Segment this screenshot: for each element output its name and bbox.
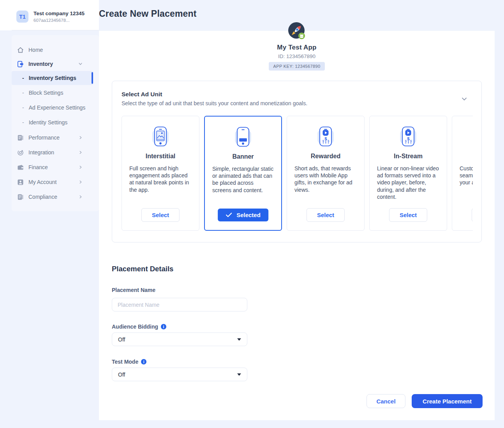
- create-placement-button[interactable]: Create Placement: [412, 394, 483, 408]
- check-icon: [226, 212, 232, 218]
- select-button[interactable]: Select: [307, 208, 345, 222]
- ad-unit-description: Customized ads that seamlessly blend int…: [460, 165, 473, 186]
- ad-unit-name: Native: [452, 153, 473, 160]
- caret-down-icon: [237, 373, 241, 376]
- chevron-right-icon: [78, 135, 83, 140]
- svg-text:$: $: [407, 136, 410, 141]
- select-ad-unit-title: Select Ad Unit: [122, 91, 162, 98]
- page-title: Create New Placement: [99, 9, 197, 19]
- sidebar-item-label: Integration: [28, 149, 54, 156]
- select-ad-unit-panel: Select Ad Unit Select the type of ad uni…: [112, 81, 482, 242]
- sidebar-item-label: Inventory Settings: [29, 75, 76, 81]
- audience-bidding-value: Off: [118, 336, 125, 343]
- sidebar-item-finance[interactable]: Finance: [12, 162, 93, 173]
- sidebar-item-inventory-settings[interactable]: - Inventory Settings: [12, 71, 93, 85]
- ad-unit-description: Simple, rectangular static or animated a…: [212, 165, 274, 194]
- target-icon: [17, 149, 24, 156]
- home-icon: [17, 46, 24, 54]
- company-avatar: T1: [16, 11, 28, 23]
- company-selector[interactable]: T1 Test company 12345 607aa12345678...: [16, 11, 85, 23]
- sub-item-bullet: -: [22, 104, 24, 111]
- inventory-icon: [17, 60, 24, 68]
- sidebar-nav: Home Inventory - Inventory Settings - Bl…: [12, 35, 99, 211]
- banner-phone-icon: [231, 125, 256, 149]
- ad-unit-card-banner: Banner Simple, rectangular static or ani…: [204, 116, 282, 231]
- in-stream-phone-icon: $ $ $: [396, 125, 421, 148]
- selected-button-label: Selected: [236, 212, 261, 218]
- test-mode-label: Test Mode i: [112, 359, 146, 365]
- sidebar-item-label: Identity Settings: [29, 119, 68, 126]
- svg-text:$: $: [324, 136, 327, 141]
- app-key-badge: APP KEY: 1234567890: [269, 62, 324, 71]
- cancel-button[interactable]: Cancel: [367, 394, 405, 408]
- sidebar-item-performance[interactable]: Performance: [12, 132, 93, 143]
- ad-unit-description: Linear or non-linear video ad formats se…: [377, 165, 439, 200]
- ad-unit-name: Interstitial: [122, 153, 199, 160]
- select-ad-unit-subtitle: Select the type of ad unit that best sui…: [122, 100, 307, 106]
- sidebar-item-block-settings[interactable]: - Block Settings: [12, 87, 93, 98]
- audience-bidding-select[interactable]: Off: [112, 332, 247, 346]
- ad-unit-card-interstitial: Interstitial Full screen and high engage…: [122, 116, 199, 231]
- sidebar-item-identity-settings[interactable]: - Identity Settings: [12, 117, 93, 128]
- ad-unit-name: Banner: [205, 153, 281, 160]
- sidebar-item-label: Inventory: [28, 61, 53, 67]
- chevron-right-icon: [78, 180, 83, 184]
- info-icon[interactable]: i: [141, 359, 146, 364]
- ad-unit-description: Full screen and high engagement ads plac…: [129, 165, 192, 193]
- chevron-right-icon: [78, 150, 83, 155]
- sub-item-bullet: -: [22, 119, 24, 126]
- audience-bidding-label: Audience Bidding i: [112, 324, 166, 330]
- placement-name-input[interactable]: [112, 298, 247, 311]
- chevron-down-icon: [78, 62, 83, 67]
- sidebar-item-label: My Account: [28, 179, 56, 185]
- selected-button[interactable]: Selected: [218, 209, 268, 221]
- ad-unit-description: Short ads, that rewards users with Mobil…: [294, 165, 357, 193]
- sub-item-bullet: -: [22, 75, 24, 81]
- select-button[interactable]: Select: [141, 208, 180, 222]
- placement-details-title: Placement Details: [112, 265, 173, 273]
- ad-unit-cards-row: Interstitial Full screen and high engage…: [122, 116, 473, 232]
- sidebar-item-integration[interactable]: Integration: [12, 147, 93, 158]
- ad-unit-card-native: Native Customized ads that seamlessly bl…: [452, 116, 473, 231]
- sidebar-item-ad-experience-settings[interactable]: - Ad Experience Settings: [12, 102, 93, 113]
- app-name: My Test App: [99, 44, 495, 51]
- header-divider: [12, 30, 99, 30]
- document-icon: [17, 193, 24, 201]
- chevron-right-icon: [78, 165, 83, 170]
- wallet-icon: [17, 164, 24, 171]
- sidebar-item-my-account[interactable]: My Account: [12, 177, 93, 187]
- sidebar-item-label: Ad Experience Settings: [29, 104, 86, 111]
- sidebar-item-home[interactable]: Home: [12, 44, 93, 55]
- select-button[interactable]: Select: [389, 208, 427, 222]
- sidebar-item-compliance[interactable]: Compliance: [12, 191, 93, 202]
- caret-down-icon: [237, 338, 241, 341]
- company-name: Test company 12345: [33, 11, 85, 16]
- company-id: 607aa12345678...: [33, 18, 85, 23]
- placement-name-label: Placement Name: [112, 287, 155, 293]
- report-icon: [17, 134, 24, 141]
- sidebar-item-inventory[interactable]: Inventory: [12, 58, 93, 69]
- ad-unit-name: In-Stream: [370, 153, 447, 160]
- sidebar-header: T1 Test company 12345 607aa12345678...: [0, 0, 99, 30]
- app-rocket-icon: [287, 22, 306, 41]
- interstitial-phone-icon: [148, 125, 173, 148]
- user-icon: [17, 179, 24, 186]
- active-indicator-bar: [92, 72, 93, 84]
- app-id: ID: 1234567890: [99, 53, 495, 59]
- sub-item-bullet: -: [22, 90, 24, 96]
- chevron-right-icon: [78, 195, 83, 199]
- sidebar-item-label: Compliance: [28, 194, 57, 200]
- sidebar-item-label: Block Settings: [29, 90, 63, 96]
- select-button[interactable]: Select: [472, 208, 473, 222]
- rewarded-phone-icon: $ $ $: [313, 125, 338, 148]
- ad-unit-card-in-stream: $ $ $ In-Stream Linear or non-linear vid…: [369, 116, 447, 231]
- test-mode-value: Off: [118, 371, 125, 378]
- main-content: My Test App ID: 1234567890 APP KEY: 1234…: [99, 31, 495, 420]
- sidebar-item-label: Home: [28, 47, 43, 53]
- ad-unit-name: Rewarded: [287, 153, 364, 160]
- sidebar-item-label: Performance: [28, 134, 60, 141]
- sidebar-item-label: Finance: [28, 164, 48, 170]
- collapse-chevron-icon[interactable]: [460, 95, 468, 103]
- info-icon[interactable]: i: [161, 324, 166, 329]
- test-mode-select[interactable]: Off: [112, 368, 247, 381]
